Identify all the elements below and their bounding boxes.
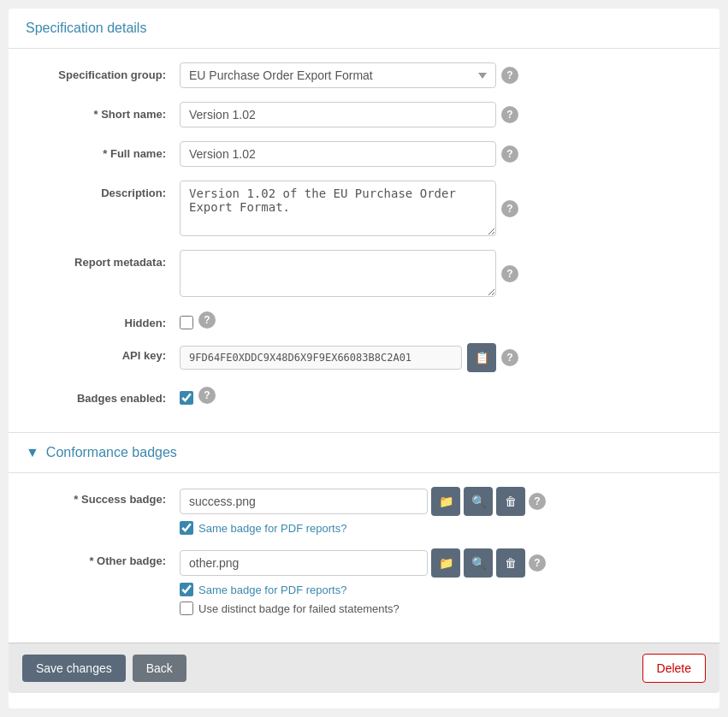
search-icon: 🔍 bbox=[471, 495, 486, 508]
success-badge-row: * Success badge: 📁 🔍 🗑 bbox=[26, 487, 702, 535]
other-badge-pdf-row: Same badge for PDF reports? bbox=[180, 583, 702, 596]
specification-group-control: EU Purchase Order Export Format ? bbox=[180, 62, 702, 88]
other-badge-pdf-checkbox[interactable] bbox=[180, 583, 193, 596]
api-key-input[interactable] bbox=[180, 346, 462, 370]
short-name-help-icon[interactable]: ? bbox=[501, 106, 518, 123]
back-button[interactable]: Back bbox=[133, 655, 186, 682]
other-badge-label: * Other badge: bbox=[26, 548, 180, 567]
success-badge-delete-button[interactable]: 🗑 bbox=[496, 487, 525, 516]
distinct-badge-failed-label[interactable]: Use distinct badge for failed statements… bbox=[198, 602, 400, 615]
conformance-badges-header: ▼ Conformance badges bbox=[9, 433, 719, 473]
other-badge-help-icon[interactable]: ? bbox=[529, 554, 546, 572]
trash-icon: 🗑 bbox=[505, 556, 517, 570]
footer-bar: Save changes Back Delete bbox=[9, 643, 719, 693]
api-key-copy-button[interactable]: 📋 bbox=[467, 343, 496, 372]
conformance-title: Conformance badges bbox=[46, 445, 177, 460]
api-key-help-icon[interactable]: ? bbox=[501, 349, 518, 366]
full-name-row: * Full name: ? bbox=[26, 141, 702, 167]
success-badge-help-icon[interactable]: ? bbox=[529, 493, 546, 510]
badges-enabled-help-icon[interactable]: ? bbox=[198, 387, 216, 404]
api-key-control: 📋 ? bbox=[180, 343, 702, 372]
hidden-row: Hidden: ? bbox=[26, 311, 702, 329]
hidden-help-icon[interactable]: ? bbox=[198, 311, 216, 329]
specification-group-row: Specification group: EU Purchase Order E… bbox=[26, 62, 702, 88]
badges-enabled-row: Badges enabled: ? bbox=[26, 386, 702, 405]
delete-button[interactable]: Delete bbox=[642, 654, 706, 683]
description-row: Description: Version 1.02 of the EU Purc… bbox=[26, 181, 702, 236]
badges-enabled-control: ? bbox=[180, 386, 702, 405]
description-control: Version 1.02 of the EU Purchase Order Ex… bbox=[180, 181, 702, 236]
success-badge-folder-button[interactable]: 📁 bbox=[431, 487, 460, 516]
report-metadata-row: Report metadata: ? bbox=[26, 250, 702, 297]
other-badge-delete-button[interactable]: 🗑 bbox=[496, 548, 525, 578]
page-title: Specification details bbox=[26, 21, 146, 36]
conformance-toggle-icon[interactable]: ▼ bbox=[26, 445, 39, 460]
success-badge-label: * Success badge: bbox=[26, 487, 180, 506]
success-badge-input[interactable] bbox=[180, 489, 428, 514]
description-help-icon[interactable]: ? bbox=[501, 200, 518, 217]
other-badge-row: * Other badge: 📁 🔍 🗑 bbox=[26, 548, 702, 615]
success-badge-input-group: 📁 🔍 🗑 ? bbox=[180, 487, 702, 516]
report-metadata-input[interactable] bbox=[180, 250, 496, 297]
other-badge-input[interactable] bbox=[180, 550, 428, 576]
short-name-control: ? bbox=[180, 102, 702, 127]
success-badge-search-button[interactable]: 🔍 bbox=[464, 487, 493, 516]
full-name-label: * Full name: bbox=[26, 141, 180, 160]
full-name-control: ? bbox=[180, 141, 702, 167]
hidden-label: Hidden: bbox=[26, 311, 180, 329]
search-icon: 🔍 bbox=[471, 556, 486, 570]
badges-enabled-label: Badges enabled: bbox=[26, 386, 180, 405]
specification-form: Specification group: EU Purchase Order E… bbox=[9, 49, 719, 432]
footer-left-actions: Save changes Back bbox=[22, 655, 186, 682]
report-metadata-label: Report metadata: bbox=[26, 250, 180, 269]
other-badge-input-group: 📁 🔍 🗑 ? bbox=[180, 548, 702, 578]
folder-icon: 📁 bbox=[439, 495, 453, 508]
full-name-input[interactable] bbox=[180, 141, 496, 167]
hidden-checkbox[interactable] bbox=[180, 316, 193, 329]
specification-group-select[interactable]: EU Purchase Order Export Format bbox=[180, 62, 496, 88]
copy-icon: 📋 bbox=[475, 351, 489, 364]
success-badge-pdf-checkbox[interactable] bbox=[180, 521, 193, 535]
conformance-badges-section: ▼ Conformance badges * Success badge: 📁 bbox=[9, 432, 719, 643]
specification-details-header: Specification details bbox=[9, 9, 719, 49]
success-badge-controls: 📁 🔍 🗑 ? Same badge fo bbox=[180, 487, 702, 535]
specification-group-help-icon[interactable]: ? bbox=[501, 67, 518, 84]
api-key-label: API key: bbox=[26, 343, 180, 362]
hidden-checkbox-wrap bbox=[180, 311, 193, 329]
hidden-control: ? bbox=[180, 311, 702, 329]
description-label: Description: bbox=[26, 181, 180, 199]
short-name-label: * Short name: bbox=[26, 102, 180, 121]
badges-enabled-checkbox-wrap bbox=[180, 386, 193, 405]
save-changes-button[interactable]: Save changes bbox=[22, 655, 126, 682]
trash-icon: 🗑 bbox=[505, 495, 517, 508]
other-badge-controls: 📁 🔍 🗑 ? Same badge fo bbox=[180, 548, 702, 615]
distinct-badge-failed-row: Use distinct badge for failed statements… bbox=[180, 601, 702, 615]
short-name-input[interactable] bbox=[180, 102, 496, 127]
report-metadata-help-icon[interactable]: ? bbox=[501, 265, 518, 282]
api-key-row: API key: 📋 ? bbox=[26, 343, 702, 372]
short-name-row: * Short name: ? bbox=[26, 102, 702, 127]
other-badge-search-button[interactable]: 🔍 bbox=[464, 548, 493, 578]
other-badge-pdf-label[interactable]: Same badge for PDF reports? bbox=[198, 584, 346, 596]
success-badge-pdf-label[interactable]: Same badge for PDF reports? bbox=[198, 522, 346, 535]
specification-group-label: Specification group: bbox=[26, 62, 180, 81]
description-input[interactable]: Version 1.02 of the EU Purchase Order Ex… bbox=[180, 181, 496, 236]
full-name-help-icon[interactable]: ? bbox=[501, 145, 518, 163]
distinct-badge-failed-checkbox[interactable] bbox=[180, 601, 193, 615]
folder-icon: 📁 bbox=[439, 556, 453, 570]
conformance-form: * Success badge: 📁 🔍 🗑 bbox=[9, 473, 719, 643]
success-badge-pdf-row: Same badge for PDF reports? bbox=[180, 521, 702, 535]
other-badge-folder-button[interactable]: 📁 bbox=[431, 548, 460, 578]
badges-enabled-checkbox[interactable] bbox=[180, 391, 193, 405]
report-metadata-control: ? bbox=[180, 250, 702, 297]
